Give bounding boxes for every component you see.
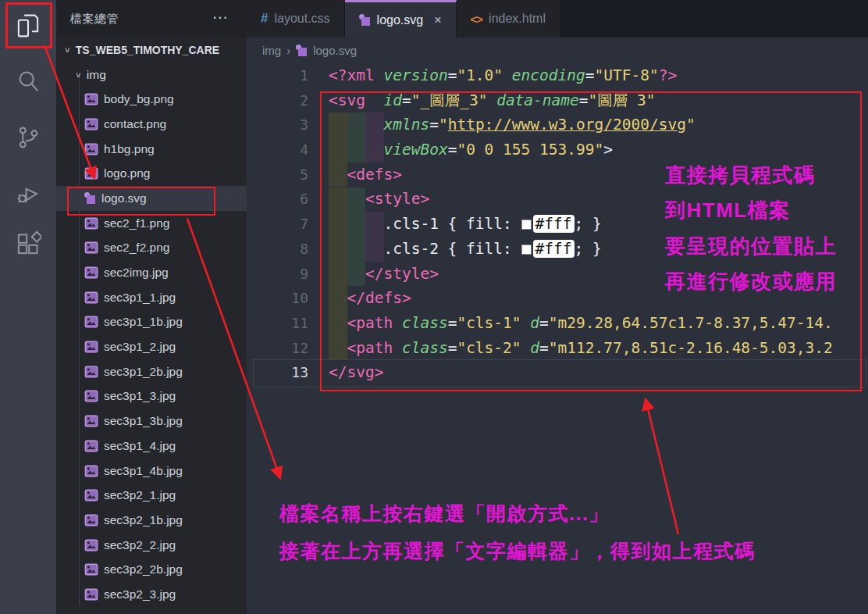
line-number[interactable]: 2 [247,88,308,113]
breadcrumb: img › logo.svg [247,37,868,62]
image-file-icon [84,340,98,354]
file-row-logo.svg[interactable]: logo.svg [56,186,247,211]
line-number[interactable]: 13 [247,360,308,385]
file-label: sec2img.jpg [104,266,169,280]
file-row-sec3p2_2b.jpg[interactable]: sec3p2_2b.jpg [56,557,247,582]
line-number[interactable]: 8 [247,237,308,262]
file-row-sec3p1_4.jpg[interactable]: sec3p1_4.jpg [56,434,247,459]
file-row-body_bg.png[interactable]: body_bg.png [56,87,247,112]
explorer-icon[interactable] [0,1,56,51]
line-number[interactable]: 4 [247,137,308,162]
image-file-icon [84,464,98,478]
image-file-icon [84,166,98,180]
close-icon[interactable]: × [434,13,441,27]
file-row-sec3p1_3.jpg[interactable]: sec3p1_3.jpg [56,384,247,409]
image-file-icon [84,414,98,428]
file-row-sec2_f1.png[interactable]: sec2_f1.png [56,211,247,236]
more-actions-icon[interactable]: ⋯ [212,8,229,27]
image-file-icon [84,291,98,305]
tree-root-folder[interactable]: ∨ TS_WEB5_TIMOTHY_CARE [56,37,247,62]
file-row-sec3p2_2.jpg[interactable]: sec3p2_2.jpg [56,533,247,558]
image-file-icon [84,117,98,131]
file-row-logo.png[interactable]: logo.png [56,161,247,186]
file-label: sec3p1_1b.jpg [104,315,183,329]
tab-label: index.html [489,12,546,26]
code-line-13[interactable]: 13</svg> [247,360,868,385]
code-line-text: <style> [308,187,429,212]
file-row-sec2img.jpg[interactable]: sec2img.jpg [56,260,247,285]
source-control-icon[interactable] [0,112,56,162]
note-paste-place: 要呈現的位置貼上 [665,233,837,260]
file-row-contact.png[interactable]: contact.png [56,112,247,137]
file-label: sec2_f2.png [104,241,169,255]
file-row-sec3p1_1.jpg[interactable]: sec3p1_1.jpg [56,285,247,310]
file-row-sec3p1_2.jpg[interactable]: sec3p1_2.jpg [56,334,247,359]
file-row-h1bg.png[interactable]: h1bg.png [56,137,247,162]
file-row-sec3p1_1b.jpg[interactable]: sec3p1_1b.jpg [56,310,247,335]
file-row-sec3p1_4b.jpg[interactable]: sec3p1_4b.jpg [56,459,247,484]
file-label: h1bg.png [104,142,155,156]
image-file-icon [84,216,98,230]
tab-index-html[interactable]: <> index.html [457,0,560,37]
chevron-down-icon: ∨ [64,45,71,54]
file-row-sec3p1_3b.jpg[interactable]: sec3p1_3b.jpg [56,409,247,434]
file-label: sec3p2_2b.jpg [104,562,183,577]
file-row-sec3p2_1.jpg[interactable]: sec3p2_1.jpg [56,483,247,508]
run-debug-icon[interactable] [0,169,56,219]
code-line-text: </svg> [308,360,383,385]
tab-label: layout.css [274,12,329,26]
line-number[interactable]: 11 [247,311,308,336]
image-file-icon [84,587,98,602]
file-row-sec3p2_3.jpg[interactable]: sec3p2_3.jpg [56,582,247,607]
file-row-sec2_f2.png[interactable]: sec2_f2.png [56,236,247,261]
note-to-html: 到HTML檔案 [665,197,791,224]
code-line-3[interactable]: 3 xmlns="http://www.w3.org/2000/svg" [247,112,868,137]
file-row-sec3p2_1b.jpg[interactable]: sec3p2_1b.jpg [56,508,247,533]
color-swatch-icon[interactable] [521,220,532,230]
file-tree: ∨ TS_WEB5_TIMOTHY_CARE ∨ img body_bg.png… [56,37,247,607]
code-editor[interactable]: 1<?xml version="1.0" encoding="UTF-8"?>2… [247,63,868,614]
line-number[interactable]: 7 [247,212,308,237]
code-line-4[interactable]: 4 viewBox="0 0 155 153.99"> [247,137,868,162]
image-file-icon [84,513,98,527]
color-swatch-icon[interactable] [521,245,532,255]
image-file-icon [84,538,98,552]
file-label: sec3p1_3b.jpg [104,414,183,428]
code-line-1[interactable]: 1<?xml version="1.0" encoding="UTF-8"?> [247,63,868,88]
breadcrumb-folder[interactable]: img [262,44,281,57]
code-line-text: .cls-2 { fill: #fff; } [308,237,602,262]
line-number[interactable]: 12 [247,336,308,361]
code-line-11[interactable]: 11 <path class="cls-1" d="m29.28,64.57c1… [247,311,868,336]
note-right-click-open-with: 檔案名稱上按右鍵選「開啟方式...」 [279,501,610,527]
code-line-12[interactable]: 12 <path class="cls-2" d="m112.77,8.51c-… [247,336,868,361]
image-file-icon [84,439,98,453]
image-file-icon [84,488,98,502]
code-line-text: <defs> [308,162,402,187]
line-number[interactable]: 10 [247,286,308,311]
file-rows: body_bg.pngcontact.pngh1bg.pnglogo.pnglo… [56,87,247,606]
file-label: sec3p1_2.jpg [104,340,176,354]
image-file-icon [84,241,98,255]
line-number[interactable]: 3 [247,112,308,137]
file-label: sec3p1_4b.jpg [104,464,183,478]
line-number[interactable]: 9 [247,262,308,287]
file-label: sec3p1_3.jpg [104,389,176,403]
search-icon[interactable] [0,56,56,106]
sidebar-title: 檔案總管 [70,12,119,27]
line-number[interactable]: 6 [247,187,308,212]
image-file-icon [84,365,98,379]
svg-file-icon [84,192,96,204]
code-line-2[interactable]: 2<svg id="_圖層_3" data-name="圖層 3" [247,88,868,113]
root-folder-label: TS_WEB5_TIMOTHY_CARE [76,44,219,56]
line-number[interactable]: 1 [247,63,308,88]
file-label: logo.png [104,166,150,180]
tree-folder-img[interactable]: ∨ img [56,62,247,87]
file-label: sec3p1_1.jpg [104,291,176,305]
tab-layout-css[interactable]: # layout.css [247,0,345,37]
extensions-icon[interactable] [0,219,56,269]
breadcrumb-file[interactable]: logo.svg [313,44,357,57]
note-modify-apply: 再進行修改或應用 [665,268,837,295]
tab-logo-svg[interactable]: logo.svg × [345,0,457,37]
file-row-sec3p1_2b.jpg[interactable]: sec3p1_2b.jpg [56,359,247,384]
line-number[interactable]: 5 [247,162,308,187]
